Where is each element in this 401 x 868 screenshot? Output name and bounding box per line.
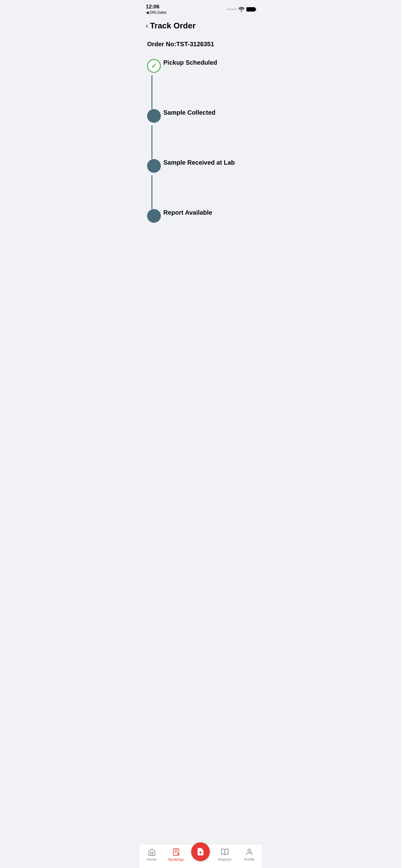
signal-icon xyxy=(227,8,236,10)
connector-received xyxy=(152,175,153,209)
checkmark-icon: ✓ xyxy=(151,62,157,70)
timeline: ✓ Pickup Scheduled Sample Collected Samp… xyxy=(147,59,254,216)
node-collected xyxy=(147,109,161,123)
timeline-step-received: Sample Received at Lab xyxy=(158,159,254,209)
step-label-received: Sample Received at Lab xyxy=(158,156,235,166)
page-title: Track Order xyxy=(150,21,196,31)
connector-collected xyxy=(152,125,153,159)
wifi-icon xyxy=(238,7,244,12)
node-received xyxy=(147,159,161,173)
back-button[interactable]: ‹ Track Order xyxy=(146,21,255,31)
step-label-pickup: Pickup Scheduled xyxy=(158,56,217,66)
node-available xyxy=(147,209,161,223)
node-pending-icon xyxy=(147,159,161,173)
order-number: Order No:TST-3126351 xyxy=(147,41,254,48)
carrier-label: ◀ DRLSales xyxy=(146,10,166,15)
connector-pickup xyxy=(152,75,153,109)
status-bar-time: 12:06 xyxy=(146,4,166,10)
node-complete-icon: ✓ xyxy=(147,59,161,73)
main-content: Order No:TST-3126351 ✓ Pickup Scheduled … xyxy=(140,34,261,222)
timeline-step-pickup: ✓ Pickup Scheduled xyxy=(158,59,254,109)
node-pending-icon xyxy=(147,109,161,123)
battery-icon xyxy=(246,7,255,11)
timeline-step-collected: Sample Collected xyxy=(158,109,254,159)
back-arrow-icon: ‹ xyxy=(146,22,148,30)
header: ‹ Track Order xyxy=(140,16,261,34)
timeline-step-available: Report Available xyxy=(158,209,254,216)
status-bar-left: 12:06 ◀ DRLSales xyxy=(146,4,166,15)
step-label-collected: Sample Collected xyxy=(158,106,215,116)
node-pending-icon xyxy=(147,209,161,223)
status-bar: 12:06 ◀ DRLSales xyxy=(140,0,261,16)
node-pickup: ✓ xyxy=(147,59,161,73)
status-bar-right xyxy=(227,7,255,12)
step-label-available: Report Available xyxy=(158,206,212,216)
